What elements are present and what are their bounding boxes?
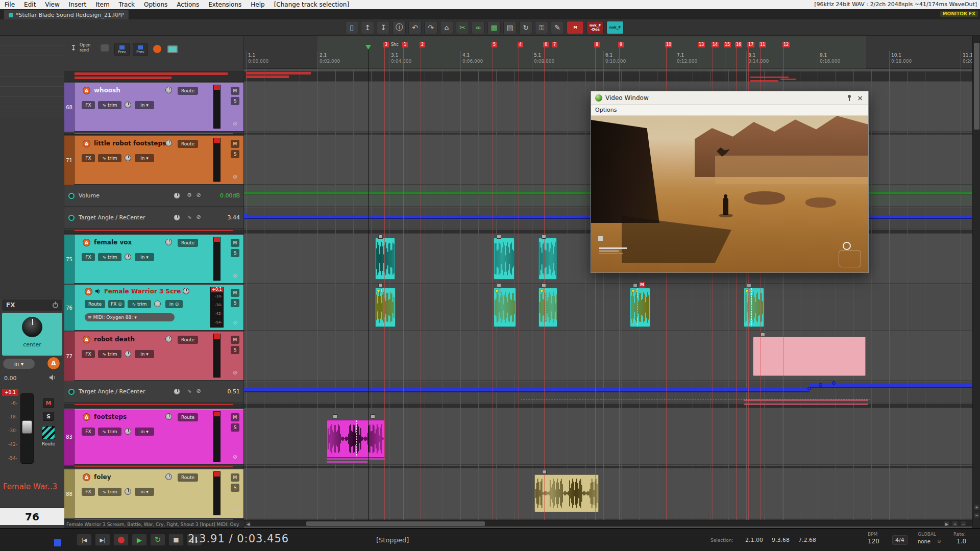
volume-knob[interactable]	[125, 488, 131, 495]
mute-button[interactable]: M	[231, 473, 239, 482]
route-button[interactable]: Route	[178, 336, 198, 344]
menu-changetrackselection[interactable]: [Change track selection]	[270, 1, 354, 8]
volume-knob[interactable]	[125, 254, 131, 260]
media-item[interactable]	[327, 420, 385, 458]
solo-button[interactable]: S	[231, 484, 239, 492]
marker-flag[interactable]: 2	[420, 42, 425, 47]
vertical-scrollbar[interactable]: + −	[972, 36, 980, 528]
close-icon[interactable]: ×	[856, 94, 864, 102]
pin-icon[interactable]	[846, 94, 853, 102]
route-button[interactable]: Route	[178, 473, 198, 482]
phase-button[interactable]: ⊘	[231, 120, 239, 129]
save-project-icon[interactable]: ↧	[377, 21, 390, 34]
record-button[interactable]	[113, 534, 129, 546]
solo-button[interactable]: S	[231, 97, 239, 105]
envelope-power-icon[interactable]	[68, 215, 75, 221]
marker-flag[interactable]: 10	[665, 42, 672, 47]
phase-button[interactable]: ⊘	[231, 319, 239, 328]
envelope-power-icon[interactable]	[68, 389, 75, 395]
fx-button[interactable]: FX ⊙	[108, 300, 125, 308]
nvk-folder-badge[interactable]: nvk_F	[606, 21, 624, 34]
route-button[interactable]: Route	[85, 300, 105, 308]
midi-input-row[interactable]: ≡ MIDI: Oxygen 88: ▾	[85, 313, 175, 321]
pan-knob[interactable]	[183, 288, 189, 294]
solo-button[interactable]: S	[231, 150, 239, 158]
menu-actions[interactable]: Actions	[172, 1, 204, 8]
prev-button-1[interactable]: Prev	[114, 43, 130, 56]
auto-crossfade-icon[interactable]: ✂	[456, 21, 469, 34]
menu-view[interactable]: View	[40, 1, 64, 8]
volume-knob[interactable]	[125, 102, 131, 108]
track-panel[interactable]: 76AFemale Warrior 3 Scre..3RouteFX ⊙∿ tr…	[64, 285, 244, 331]
input-button[interactable]: in ▾	[135, 428, 154, 436]
video-window-menu[interactable]: Options	[591, 105, 868, 116]
item-group-handle[interactable]	[497, 235, 501, 239]
volume-knob[interactable]	[125, 350, 131, 357]
trim-button[interactable]: ∿ trim	[98, 154, 121, 162]
envelope-knob[interactable]	[174, 214, 180, 221]
prev-button-2[interactable]: Prev	[133, 43, 148, 56]
stretch-marker[interactable]	[546, 288, 546, 327]
input-button[interactable]: in ▾	[135, 253, 154, 261]
trim-button[interactable]: ∿ trim	[98, 253, 121, 261]
stretch-marker[interactable]	[502, 288, 502, 327]
bpm-value[interactable]: 120	[868, 538, 879, 545]
record-arm-button[interactable]: A	[47, 357, 60, 370]
track-name[interactable]: foley	[94, 473, 175, 481]
route-button[interactable]: Route	[178, 239, 198, 247]
envelope-point[interactable]	[832, 381, 836, 385]
record-arm-button[interactable]: A	[83, 239, 90, 246]
pan-knob[interactable]	[165, 413, 172, 420]
pan-knob[interactable]	[165, 140, 172, 146]
item-group-handle[interactable]	[542, 235, 546, 239]
trim-button[interactable]: ∿ trim	[98, 101, 121, 109]
marker-flag[interactable]: 1	[402, 42, 408, 47]
track-panel[interactable]: 83AfootstepsRouteFX∿ trimin ▾MS⊘	[64, 409, 244, 465]
nvk-folder-des-badge[interactable]: nvk_F -Des	[586, 21, 604, 34]
item-group-handle[interactable]	[633, 283, 638, 287]
media-item[interactable]: ▼1	[375, 288, 396, 327]
record-arm-button[interactable]: A	[83, 87, 90, 94]
video-window[interactable]: Video Window × Options	[591, 91, 869, 273]
hscroll-thumb[interactable]	[306, 521, 485, 526]
menu-options[interactable]: Options	[139, 1, 172, 8]
menu-insert[interactable]: Insert	[64, 1, 91, 8]
pan-knob[interactable]	[165, 87, 172, 93]
volume-knob[interactable]	[125, 155, 131, 161]
marker-flag[interactable]: 8	[594, 42, 600, 47]
volume-fader[interactable]	[20, 393, 34, 464]
envelope-bypass-icon[interactable]: ⊘	[195, 192, 202, 199]
playback-position-readout[interactable]: 2.3.91 / 0:03.456	[188, 533, 289, 545]
fader-handle[interactable]	[22, 420, 32, 434]
selection-end[interactable]: 9.3.68	[772, 537, 790, 543]
play-button[interactable]: ▶	[132, 534, 147, 546]
lock-icon[interactable]: ⚿	[535, 21, 548, 34]
item-group-handle[interactable]	[761, 332, 765, 336]
mute-button[interactable]: M	[231, 336, 239, 344]
mute-button[interactable]: M	[231, 289, 239, 297]
screenshot-icon[interactable]	[100, 44, 109, 52]
mute-button[interactable]: M	[231, 239, 239, 247]
fx-button[interactable]: FX	[82, 101, 95, 109]
track-name[interactable]: whoosh	[94, 87, 175, 94]
item-mute-badge[interactable]: M	[639, 282, 645, 288]
open-render-label[interactable]: Open rend	[80, 43, 95, 53]
track-name[interactable]: footsteps	[94, 413, 175, 421]
scroll-right-icon[interactable]: ▶	[944, 521, 950, 527]
route-button[interactable]: Route	[178, 413, 198, 421]
fx-button[interactable]: FX	[82, 154, 95, 162]
marker-flag[interactable]: 14	[712, 42, 719, 47]
zoom-out-icon[interactable]: −	[960, 521, 966, 527]
route-button[interactable]: Route	[178, 87, 198, 95]
route-icon[interactable]	[42, 426, 55, 439]
marker-flag[interactable]: 12	[782, 42, 790, 47]
envelope-bypass-icon[interactable]: ⊘	[195, 388, 202, 395]
mouse-map-badge[interactable]: M	[567, 21, 584, 34]
item-group-handle[interactable]	[542, 283, 546, 287]
monitor-fx-badge[interactable]: MONITOR FX	[940, 11, 978, 17]
media-item[interactable]	[375, 238, 395, 280]
render-download-icon[interactable]: ↧	[70, 44, 77, 52]
timeline-ruler[interactable]: 1.10:00.0002.10:02.0003.10:04.0004.10:06…	[244, 36, 972, 69]
global-automation-value[interactable]: none	[918, 539, 930, 544]
media-item[interactable]	[494, 238, 514, 280]
